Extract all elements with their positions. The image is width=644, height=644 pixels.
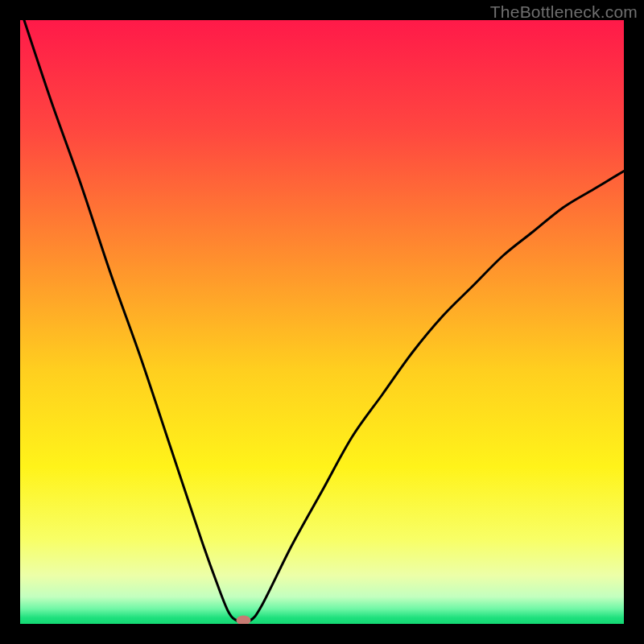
bottleneck-chart <box>20 20 624 624</box>
watermark-text: TheBottleneck.com <box>490 2 638 22</box>
plot-area <box>20 20 624 624</box>
chart-container: TheBottleneck.com <box>0 0 644 644</box>
gradient-background <box>20 20 624 624</box>
